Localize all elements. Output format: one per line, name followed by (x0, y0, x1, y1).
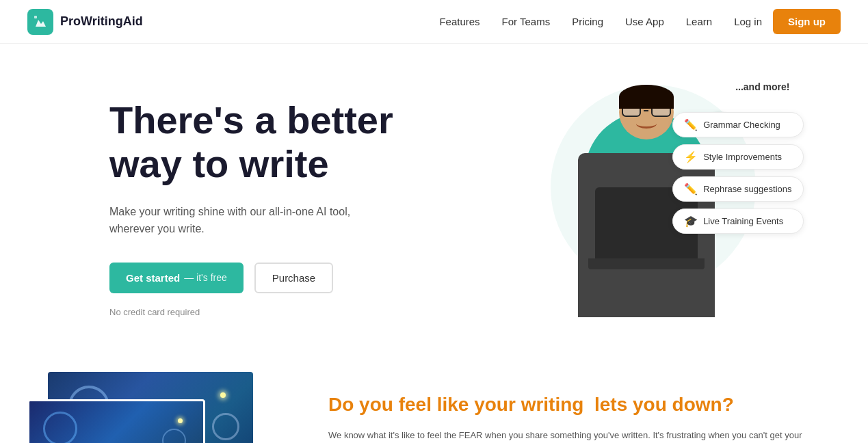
badge-style: ⚡ Style Improvements (672, 144, 803, 170)
logo-icon (27, 9, 53, 35)
section2-body: We know what it's like to feel the FEAR … (328, 428, 813, 443)
badge-grammar: ✏️ Grammar Checking (672, 112, 803, 137)
section2-title: Do you feel like your writing lets you d… (328, 392, 813, 417)
nav-pricing[interactable]: Pricing (572, 16, 603, 27)
section2-right: Do you feel like your writing lets you d… (328, 372, 813, 443)
training-icon: 🎓 (684, 215, 698, 228)
no-card-text: No credit card required (109, 307, 465, 317)
painting-stack: My idea in my head (27, 372, 260, 443)
painting-front: My idea in my head (27, 399, 205, 443)
and-more-label: ...and more! (735, 81, 789, 92)
nav-links: Features For Teams Pricing Use App Learn (439, 16, 712, 28)
rephrase-icon: ✏️ (684, 183, 698, 196)
feature-badges: ✏️ Grammar Checking ⚡ Style Improvements… (672, 112, 803, 234)
nav-for-teams[interactable]: For Teams (502, 16, 551, 27)
hero-illustration: ✦ ...and more! ✏️ Grammar Checking ⚡ Sty… (510, 71, 797, 317)
style-icon: ⚡ (684, 150, 698, 163)
section2: My idea in my head Do you feel like your… (0, 358, 868, 443)
nav-learn[interactable]: Learn (686, 16, 712, 27)
svg-rect-0 (34, 16, 37, 18)
grammar-icon: ✏️ (684, 118, 698, 131)
get-started-button[interactable]: Get started — it's free (109, 263, 244, 293)
nav-use-app[interactable]: Use App (625, 16, 664, 27)
badge-training: 🎓 Live Training Events (672, 209, 803, 234)
hero-right: ✦ ...and more! ✏️ Grammar Checking ⚡ Sty… (465, 71, 841, 331)
navbar: ProWritingAid Features For Teams Pricing… (0, 0, 868, 44)
hero-buttons: Get started — it's free Purchase (109, 263, 465, 293)
badge-rephrase: ✏️ Rephrase suggestions (672, 176, 803, 202)
section2-left: My idea in my head (27, 372, 287, 443)
purchase-button[interactable]: Purchase (254, 263, 333, 293)
hero-subtitle: Make your writing shine with our all-in-… (109, 203, 369, 238)
logo-area[interactable]: ProWritingAid (27, 9, 143, 35)
nav-features[interactable]: Features (439, 16, 479, 27)
brand-name: ProWritingAid (60, 14, 143, 29)
signup-button[interactable]: Sign up (773, 9, 841, 34)
hero-left: There's a better way to write Make your … (109, 85, 465, 317)
hero-title: There's a better way to write (109, 98, 465, 187)
login-button[interactable]: Log in (734, 16, 762, 27)
hero-section: There's a better way to write Make your … (0, 44, 868, 358)
